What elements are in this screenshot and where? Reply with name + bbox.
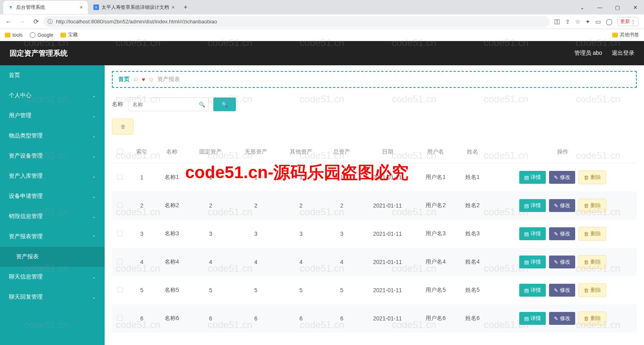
detail-button[interactable]: ▤详情 xyxy=(519,312,546,325)
detail-button[interactable]: ▤详情 xyxy=(519,227,546,240)
edit-button[interactable]: ✎修改 xyxy=(549,284,575,297)
edit-button[interactable]: ✎修改 xyxy=(549,256,575,268)
cell-name: 名称4 xyxy=(156,248,188,276)
close-window-icon[interactable]: ✕ xyxy=(626,1,644,14)
bookmark-item[interactable]: tools xyxy=(5,32,23,38)
sidebar-item-label: 设备申请管理 xyxy=(9,193,43,200)
info-icon[interactable]: ⓘ xyxy=(47,18,53,25)
search-inline-icon[interactable]: 🔍 xyxy=(199,102,205,108)
row-checkbox[interactable] xyxy=(117,231,123,236)
sidebar-item[interactable]: 设备申请管理⌄ xyxy=(0,186,105,206)
cell-fixed: 4 xyxy=(188,248,233,276)
checkbox-all[interactable] xyxy=(117,149,123,154)
cell-name: 名称6 xyxy=(156,304,188,333)
row-checkbox[interactable] xyxy=(117,315,123,321)
detail-button[interactable]: ▤详情 xyxy=(519,171,546,184)
batch-delete-button[interactable]: 🗑 xyxy=(112,118,134,135)
bookmark-item[interactable]: 宝藏 xyxy=(60,31,78,38)
sidebar-item[interactable]: 个人中心⌄ xyxy=(0,85,105,106)
sidebar-item-label: 用户管理 xyxy=(9,112,31,119)
edit-button[interactable]: ✎修改 xyxy=(549,312,575,325)
cell-date: 2021-01-11 xyxy=(360,220,415,248)
chevron-down-icon[interactable]: ⌄ xyxy=(573,1,591,14)
list-icon: ▤ xyxy=(524,287,529,293)
sidebar-item[interactable]: 用户管理⌄ xyxy=(0,106,105,126)
sidebar-item[interactable]: 资产报表管理⌄ xyxy=(0,227,105,247)
tab-title: 后台管理系统 xyxy=(16,4,45,11)
list-icon: ▤ xyxy=(524,203,529,209)
search-button[interactable]: 🔍 xyxy=(213,98,236,111)
reading-list-icon[interactable]: ▭ xyxy=(595,18,601,25)
maximize-icon[interactable]: ▢ xyxy=(609,1,626,14)
sidebar-item[interactable]: 聊天信息管理⌄ xyxy=(0,267,105,287)
list-icon: ▤ xyxy=(524,316,529,322)
share-icon[interactable]: ⇪ xyxy=(565,18,570,25)
refresh-button[interactable]: ⟳ xyxy=(30,16,42,28)
sidebar-item-label: 首页 xyxy=(9,72,20,79)
minimize-icon[interactable]: — xyxy=(591,1,609,14)
delete-button[interactable]: 🗑删除 xyxy=(578,170,606,184)
row-checkbox[interactable] xyxy=(117,174,123,180)
cell-name: 名称5 xyxy=(156,276,188,304)
detail-button[interactable]: ▤详情 xyxy=(519,256,546,268)
detail-button[interactable]: ▤详情 xyxy=(519,199,546,212)
sidebar-item-label: 个人中心 xyxy=(9,92,31,99)
browser-tab-active[interactable]: ▼ 后台管理系统 × xyxy=(3,1,88,14)
delete-button[interactable]: 🗑删除 xyxy=(578,283,606,297)
close-icon[interactable]: × xyxy=(171,4,175,10)
trash-icon: 🗑 xyxy=(584,259,589,265)
sidebar-subitem-label: 资产报表 xyxy=(16,253,39,260)
star-icon[interactable]: ☆ xyxy=(575,18,580,25)
edit-button[interactable]: ✎修改 xyxy=(549,199,575,212)
app-title: 固定资产管理系统 xyxy=(10,48,68,58)
other-bookmarks[interactable]: 其他书签 xyxy=(612,31,639,38)
sidebar-item[interactable]: 销毁信息管理⌄ xyxy=(0,206,105,227)
row-checkbox[interactable] xyxy=(117,287,123,293)
delete-button[interactable]: 🗑删除 xyxy=(578,227,606,241)
search-input[interactable] xyxy=(128,98,208,111)
pencil-icon: ✎ xyxy=(554,316,558,322)
extensions-icon[interactable]: ✦ xyxy=(585,18,590,25)
logout-link[interactable]: 退出登录 xyxy=(612,50,634,57)
sidebar-item[interactable]: 聊天回复管理⌄ xyxy=(0,287,105,307)
sidebar-item[interactable]: 资产设备管理⌄ xyxy=(0,146,105,166)
edit-button[interactable]: ✎修改 xyxy=(549,227,575,240)
url-text: http://localhost:8080/ssm2bn52/admin/dis… xyxy=(56,19,217,25)
bookmark-item[interactable]: Google xyxy=(30,32,53,38)
tab-strip: ▼ 后台管理系统 × ≡ 太平人寿签章系统详细设计文档 × + ⌄ — ▢ ✕ xyxy=(0,0,644,15)
cell-other: 6 xyxy=(279,304,324,333)
cell-name: 名称3 xyxy=(156,220,188,248)
chevron-down-icon: ⌄ xyxy=(92,154,96,159)
main-content: 首页 ☺ ♥ ☺ 资产报表 名称 🔍 🔍 🗑 索引名称固定资产无形资产其他资产总… xyxy=(105,65,644,345)
delete-button[interactable]: 🗑删除 xyxy=(578,199,606,212)
pencil-icon: ✎ xyxy=(554,287,558,293)
breadcrumb-home[interactable]: 首页 xyxy=(118,76,130,83)
update-button[interactable]: 更新⋮ xyxy=(617,17,638,26)
browser-tab-inactive[interactable]: ≡ 太平人寿签章系统详细设计文档 × xyxy=(89,1,180,14)
delete-button[interactable]: 🗑删除 xyxy=(578,255,606,269)
detail-button[interactable]: ▤详情 xyxy=(519,284,546,297)
cell-real: 姓名1 xyxy=(456,163,489,192)
new-tab-button[interactable]: + xyxy=(180,2,190,12)
cell-fixed: 5 xyxy=(188,276,233,304)
edit-button[interactable]: ✎修改 xyxy=(549,171,575,184)
close-icon[interactable]: × xyxy=(80,4,83,10)
chevron-down-icon: ⌄ xyxy=(92,93,96,98)
address-bar[interactable]: ⓘ http://localhost:8080/ssm2bn52/admin/d… xyxy=(43,16,549,27)
profile-icon[interactable]: ◯ xyxy=(606,18,613,25)
sidebar-item[interactable]: 首页 xyxy=(0,65,105,85)
cell-real: 姓名6 xyxy=(456,304,489,333)
trash-icon: 🗑 xyxy=(120,124,126,130)
key-icon[interactable]: ⚿ xyxy=(554,18,560,25)
forward-button[interactable]: → xyxy=(16,16,28,28)
sidebar-subitem[interactable]: 资产报表 xyxy=(0,247,105,267)
user-label[interactable]: 管理员 abo xyxy=(574,50,602,57)
back-button[interactable]: ← xyxy=(2,16,14,28)
delete-button[interactable]: 🗑删除 xyxy=(578,312,606,325)
row-checkbox[interactable] xyxy=(117,202,123,208)
row-checkbox[interactable] xyxy=(117,259,123,264)
sidebar-item[interactable]: 物品类型管理⌄ xyxy=(0,126,105,146)
sidebar-item[interactable]: 资产入库管理⌄ xyxy=(0,166,105,186)
cell-idx: 2 xyxy=(128,191,156,220)
trash-icon: 🗑 xyxy=(584,316,589,322)
